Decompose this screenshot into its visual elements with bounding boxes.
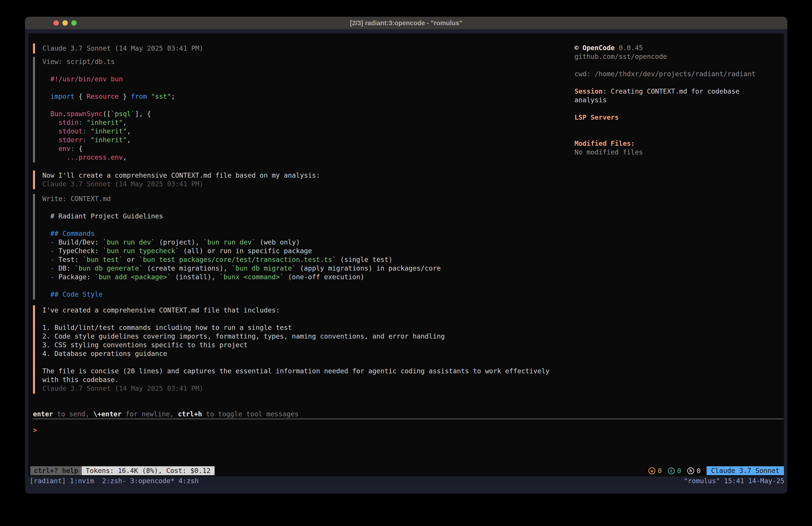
text-line: cwd: /home/thdxr/dev/projects/radiant/ra… xyxy=(575,70,763,78)
text-line: 2. Code style guidelines covering import… xyxy=(42,332,550,341)
text-line: Claude 3.7 Sonnet (14 May 2025 03:41 PM) xyxy=(42,44,203,53)
text-line: with this codebase. xyxy=(42,375,550,384)
assistant-message: Now I'll create a comprehensive CONTEXT.… xyxy=(33,171,320,189)
text-line: ## Code Style xyxy=(42,290,441,299)
text-line: - TypeCheck: `bun run typecheck` (all) o… xyxy=(42,246,441,255)
text-line: Write: CONTEXT.md xyxy=(42,194,441,203)
text-line: LSP Servers xyxy=(575,113,763,122)
text-line: stderr: "inherit", xyxy=(42,136,175,144)
text-line: env: { xyxy=(42,144,175,153)
model-badge[interactable]: Claude 3.7 Sonnet xyxy=(707,466,784,475)
text-line: import { Resource } from "sst"; xyxy=(42,92,175,101)
text-line: ...process.env, xyxy=(42,153,175,161)
assistant-response: I've created a comprehensive CONTEXT.md … xyxy=(33,305,550,394)
text-line: 4. Database operations guidance xyxy=(42,349,550,358)
write-tool-block: Write: CONTEXT.md # Radiant Project Guid… xyxy=(33,194,441,300)
text-line xyxy=(575,61,763,70)
text-line xyxy=(575,78,763,87)
text-line: enter to send, \+enter for newline, ctrl… xyxy=(33,410,299,418)
text-line: #!/usr/bin/env bun xyxy=(42,75,175,83)
close-button[interactable] xyxy=(54,20,59,26)
tokens-cost-chip: Tokens: 16.4K (8%), Cost: $0.12 xyxy=(82,466,215,475)
info-icon: i xyxy=(668,467,675,474)
tmux-session-info: "romulus" 15:41 14-May-25 xyxy=(684,477,784,485)
warning-count: 0 xyxy=(658,467,662,475)
text-line: github.com/sst/opencode xyxy=(575,52,763,61)
text-line: Session: Creating CONTEXT.md for codebas… xyxy=(575,87,763,96)
assistant-message-header: Claude 3.7 Sonnet (14 May 2025 03:41 PM) xyxy=(33,43,203,54)
text-line: - DB: `bun db generate` (create migratio… xyxy=(42,264,441,273)
text-line: # Radiant Project Guidelines xyxy=(42,212,441,221)
text-line: No modified files xyxy=(575,148,763,156)
terminal-window: [2/3] radiant:3:opencode - "romulus" Cla… xyxy=(25,17,787,494)
text-line xyxy=(575,104,763,113)
text-line xyxy=(42,221,441,229)
info-count: 0 xyxy=(677,467,681,475)
minimize-button[interactable] xyxy=(62,20,68,26)
text-line xyxy=(42,281,441,290)
text-line: Modified Files: xyxy=(575,139,763,148)
input-hint: enter to send, \+enter for newline, ctrl… xyxy=(33,410,299,418)
warning-icon: w xyxy=(649,467,655,474)
text-line: - Build/Dev: `bun run dev` (project), `b… xyxy=(42,238,441,246)
text-line xyxy=(42,358,550,367)
text-line xyxy=(575,130,763,139)
window-titlebar[interactable]: [2/3] radiant:3:opencode - "romulus" xyxy=(25,17,787,29)
text-line: The file is concise (20 lines) and captu… xyxy=(42,367,550,375)
help-shortcut-chip[interactable]: ctrl+? help xyxy=(30,466,82,475)
text-line: Now I'll create a comprehensive CONTEXT.… xyxy=(42,171,320,180)
diagnostics-warnings: w 0 xyxy=(649,467,662,475)
text-line xyxy=(42,101,175,110)
text-line: ## Commands xyxy=(42,229,441,238)
text-line: Claude 3.7 Sonnet (14 May 2025 03:41 PM) xyxy=(42,180,320,188)
input-separator xyxy=(33,418,783,419)
diagnostics-info: i 0 xyxy=(668,467,681,475)
text-line: stdin: "inherit", xyxy=(42,118,175,127)
text-line: © OpenCode 0.0.45 xyxy=(575,43,763,52)
text-line: - Package: `bun add <package>` (install)… xyxy=(42,273,441,281)
text-line: Bun.spawnSync([`psql`], { xyxy=(42,110,175,118)
chat-input[interactable]: > xyxy=(33,426,37,435)
text-line: View: script/db.ts xyxy=(42,57,175,66)
text-line: Claude 3.7 Sonnet (14 May 2025 03:41 PM) xyxy=(42,384,550,393)
text-line: stdout: "inherit", xyxy=(42,127,175,136)
hint-count: 0 xyxy=(697,467,700,475)
text-line xyxy=(42,203,441,212)
window-title: [2/3] radiant:3:opencode - "romulus" xyxy=(25,17,787,29)
text-line xyxy=(42,66,175,75)
diagnostics-hints: h 0 xyxy=(687,467,700,475)
text-line xyxy=(42,83,175,92)
text-line: analysis xyxy=(575,96,763,104)
sidebar: © OpenCode 0.0.45github.com/sst/opencode… xyxy=(575,43,763,156)
hint-icon: h xyxy=(687,467,694,474)
prompt-marker: > xyxy=(33,426,37,434)
text-line xyxy=(42,314,550,323)
opencode-terminal: Claude 3.7 Sonnet (14 May 2025 03:41 PM)… xyxy=(28,33,784,476)
text-line: 3. CSS styling conventions specific to t… xyxy=(42,341,550,349)
tmux-status-bar: [radiant] 1:nvim 2:zsh- 3:opencode* 4:zs… xyxy=(25,476,787,485)
text-line: - Test: `bun test` or `bun test packages… xyxy=(42,255,441,264)
tmux-windows: [radiant] 1:nvim 2:zsh- 3:opencode* 4:zs… xyxy=(30,477,199,485)
zoom-button[interactable] xyxy=(71,20,77,26)
status-bar: ctrl+? help Tokens: 16.4K (8%), Cost: $0… xyxy=(30,466,784,475)
text-line xyxy=(575,122,763,130)
view-tool-block: View: script/db.ts #!/usr/bin/env bun im… xyxy=(33,57,175,162)
text-line: 1. Build/lint/test commands including ho… xyxy=(42,323,550,332)
text-line: I've created a comprehensive CONTEXT.md … xyxy=(42,306,550,314)
